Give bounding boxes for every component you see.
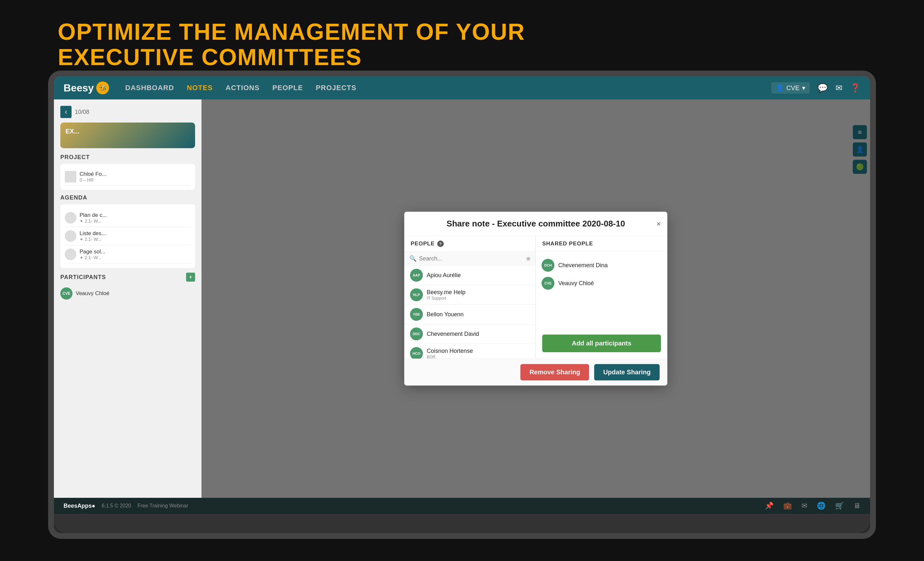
person-initials-0: AAP — [412, 273, 420, 277]
agenda-section: AGENDA Plan de c... ✦ 2.1- W... — [60, 194, 195, 268]
update-sharing-button[interactable]: Update Sharing — [594, 364, 660, 380]
bottom-left: BeesApps● 6.1.5 © 2020 Free Training Web… — [63, 502, 188, 509]
shared-person-0: DCH Chevenement Dina — [542, 256, 662, 274]
nav-people[interactable]: PEOPLE — [272, 84, 303, 92]
person-item-3[interactable]: DDC Chevenement David — [404, 324, 536, 344]
shared-name-1: Veauvy Chloé — [558, 280, 594, 287]
user-dropdown-icon: ▾ — [802, 84, 805, 92]
person-name-4: Coisnon Hortense — [427, 348, 530, 354]
add-participant-button[interactable]: + — [186, 273, 195, 282]
participants-label: PARTICIPANTS — [60, 274, 106, 280]
participants-section: PARTICIPANTS + CVE Veauvy Chloé — [60, 273, 195, 302]
people-panel-label: PEOPLE — [411, 241, 435, 247]
bottom-version: 6.1.5 © 2020 — [102, 503, 131, 509]
project-section-label: PROJECT — [60, 154, 195, 161]
laptop-screen: Beesy 🐝 DASHBOARD NOTES ACTIONS PEOPLE P… — [54, 76, 870, 514]
bottom-briefcase-icon[interactable]: 💼 — [783, 502, 792, 510]
person-initials-2: YBE — [413, 312, 420, 316]
search-clear-icon[interactable]: ⊗ — [526, 256, 530, 262]
people-panel-header: PEOPLE ? — [404, 236, 536, 252]
person-initials-1: HLP — [413, 293, 420, 297]
person-sub-1: IT Support — [427, 296, 530, 300]
agenda-item-0[interactable]: Plan de c... ✦ 2.1- W... — [65, 209, 190, 227]
shared-initials-1: CVE — [544, 281, 552, 285]
person-item-1[interactable]: HLP Beesy.me Help IT Support — [404, 285, 536, 305]
agenda-icon-2 — [65, 249, 76, 260]
person-item-4[interactable]: HCO Coisnon Hortense BDR — [404, 344, 536, 358]
bottom-cart-icon[interactable]: 🛒 — [835, 502, 844, 510]
person-item-0[interactable]: AAP Apiou Aurélie — [404, 266, 536, 285]
page-title: EX... — [66, 128, 79, 135]
main-content: ‹ 10/08 EX... PROJECT Chloé Fo... 0 – — [54, 99, 870, 498]
modal-close-button[interactable]: × — [656, 219, 661, 228]
person-avatar-1: HLP — [410, 288, 423, 301]
agenda-info-0: Plan de c... ✦ 2.1- W... — [80, 212, 107, 224]
agenda-item-2[interactable]: Page sol... ✦ 2.1- W... — [65, 245, 190, 264]
modal-left-panel: PEOPLE ? 🔍 ⊗ — [404, 236, 536, 358]
mail-icon[interactable]: ✉ — [836, 83, 843, 93]
nav-right: 👤 CVE ▾ 💬 ✉ ❓ — [771, 82, 861, 94]
modal-overlay: Share note - Executive committee 2020-08… — [201, 99, 870, 498]
top-nav: Beesy 🐝 DASHBOARD NOTES ACTIONS PEOPLE P… — [54, 76, 870, 99]
person-name-1: Beesy.me Help — [427, 289, 530, 296]
project-item[interactable]: Chloé Fo... 0 – HR — [65, 168, 190, 185]
nav-logo: Beesy 🐝 — [63, 81, 109, 94]
modal-header: Share note - Executive committee 2020-08… — [404, 212, 668, 236]
add-all-participants-button[interactable]: Add all participants — [542, 334, 661, 352]
bottom-logo: BeesApps● — [63, 502, 95, 509]
nav-actions[interactable]: ACTIONS — [225, 84, 260, 92]
project-name: Chloé Fo... — [80, 171, 106, 177]
agenda-name-0: Plan de c... — [80, 212, 107, 218]
participant-avatar-0: CVE — [60, 287, 72, 300]
person-item-2[interactable]: YBE Bellon Youenn — [404, 305, 536, 324]
logo-icon: 🐝 — [96, 81, 109, 94]
person-sub-4: BDR — [427, 354, 530, 358]
chat-icon[interactable]: 💬 — [818, 83, 828, 93]
agenda-info-1: Liste des... ✦ 2.1- W... — [80, 230, 106, 242]
person-info-3: Chevenement David — [427, 331, 530, 338]
agenda-name-2: Page sol... — [80, 249, 105, 255]
shared-panel-header: SHARED PEOPLE — [536, 236, 668, 252]
page-date: 10/08 — [75, 109, 89, 116]
person-name-0: Apiou Aurélie — [427, 272, 530, 279]
person-avatar-3: DDC — [410, 327, 423, 340]
project-section: PROJECT Chloé Fo... 0 – HR — [60, 154, 195, 190]
remove-sharing-button[interactable]: Remove Sharing — [520, 364, 589, 380]
people-help-icon[interactable]: ? — [437, 241, 444, 247]
bottom-pin-icon[interactable]: 📌 — [765, 502, 774, 510]
add-all-container: Add all participants — [542, 334, 661, 352]
agenda-sub-1: ✦ 2.1- W... — [80, 237, 106, 242]
modal-right-panel: SHARED PEOPLE DCH Chevenement Dina — [536, 236, 668, 358]
bottom-globe-icon[interactable]: 🌐 — [817, 502, 825, 510]
person-info-2: Bellon Youenn — [427, 311, 530, 318]
search-icon: 🔍 — [410, 255, 417, 262]
sidebar-header: ‹ 10/08 — [60, 106, 195, 118]
agenda-name-1: Liste des... — [80, 230, 106, 237]
bottom-screen-icon[interactable]: 🖥 — [854, 502, 861, 510]
hero-text: OPTIMIZE THE MANAGEMENT OF YOUR EXECUTIV… — [58, 19, 525, 70]
nav-notes[interactable]: NOTES — [187, 84, 213, 92]
bottom-envelope-icon[interactable]: ✉ — [801, 502, 807, 510]
project-icon — [65, 171, 76, 183]
project-info: Chloé Fo... 0 – HR — [80, 171, 106, 183]
person-name-3: Chevenement David — [427, 331, 530, 338]
shared-list: DCH Chevenement Dina CVE Veauvy Chloé — [536, 252, 668, 297]
participant-initials-0: CVE — [63, 291, 70, 296]
nav-projects[interactable]: PROJECTS — [316, 84, 357, 92]
help-icon[interactable]: ❓ — [850, 83, 861, 93]
person-initials-4: HCO — [412, 351, 420, 356]
nav-dashboard[interactable]: DASHBOARD — [125, 84, 174, 92]
participant-item-0: CVE Veauvy Chloé — [60, 285, 195, 302]
search-input[interactable] — [419, 255, 524, 262]
agenda-section-label: AGENDA — [60, 194, 195, 201]
agenda-block: Plan de c... ✦ 2.1- W... Liste des... ✦ … — [60, 204, 195, 268]
back-button[interactable]: ‹ — [60, 106, 72, 118]
nav-user-menu[interactable]: 👤 CVE ▾ — [771, 82, 810, 94]
agenda-item-1[interactable]: Liste des... ✦ 2.1- W... — [65, 227, 190, 245]
shared-avatar-0: DCH — [542, 259, 554, 272]
shared-avatar-1: CVE — [542, 277, 554, 290]
user-avatar-icon: 👤 — [776, 84, 784, 92]
shared-person-1: CVE Veauvy Chloé — [542, 274, 662, 292]
participants-header: PARTICIPANTS + — [60, 273, 195, 282]
modal-body: PEOPLE ? 🔍 ⊗ — [404, 236, 668, 358]
